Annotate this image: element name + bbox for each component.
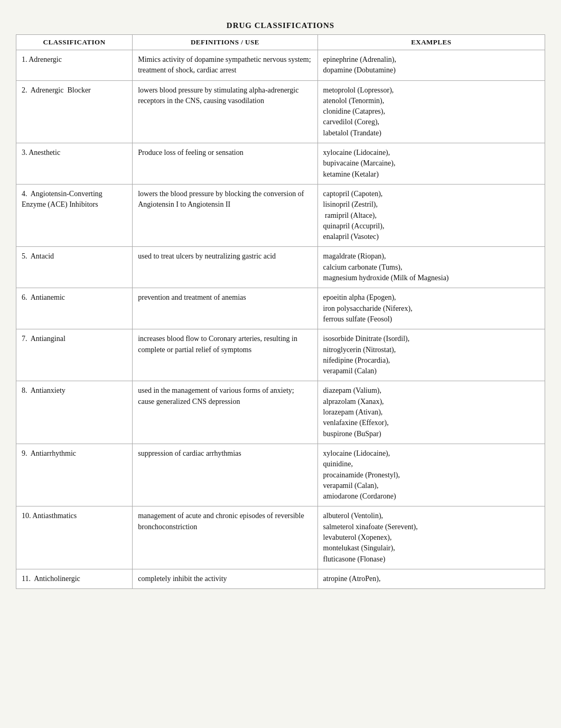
definition-cell: lowers the blood pressure by blocking th…: [133, 184, 317, 246]
definition-cell: lowers blood pressure by stimulating alp…: [133, 80, 317, 143]
definition-cell: suppression of cardiac arrhythmias: [133, 444, 317, 506]
page-title: DRUG CLASSIFICATIONS: [16, 21, 545, 30]
table-row: 3. AnestheticProduce loss of feeling or …: [16, 143, 545, 185]
classification-cell: 2. Adrenergic Blocker: [16, 80, 133, 143]
classification-cell: 5. Antacid: [16, 247, 133, 288]
table-row: 9. Antiarrhythmicsuppression of cardiac …: [16, 444, 545, 506]
table-row: 4. Angiotensin-Converting Enzyme (ACE) I…: [16, 184, 545, 246]
examples-cell: magaldrate (Riopan), calcium carbonate (…: [317, 247, 545, 288]
classification-cell: 4. Angiotensin-Converting Enzyme (ACE) I…: [16, 184, 133, 246]
table-row: 1. AdrenergicMimics activity of dopamine…: [16, 50, 545, 81]
table-row: 5. Antacidused to treat ulcers by neutra…: [16, 247, 545, 288]
definition-cell: management of acute and chronic episodes…: [133, 506, 317, 569]
table-row: 7. Antianginalincreases blood flow to Co…: [16, 329, 545, 381]
table-row: 6. Antianemicprevention and treatment of…: [16, 288, 545, 329]
definition-cell: Mimics activity of dopamine sympathetic …: [133, 50, 317, 81]
examples-cell: epoeitin alpha (Epogen), iron polysaccha…: [317, 288, 545, 329]
examples-cell: xylocaine (Lidocaine), quinidine, procai…: [317, 444, 545, 506]
classification-cell: 11. Anticholinergic: [16, 569, 133, 588]
examples-cell: diazepam (Valium), alprazolam (Xanax), l…: [317, 381, 545, 444]
examples-cell: atropine (AtroPen),: [317, 569, 545, 588]
definition-cell: prevention and treatment of anemias: [133, 288, 317, 329]
col-header-classification: CLASSIFICATION: [16, 35, 133, 50]
definition-cell: Produce loss of feeling or sensation: [133, 143, 317, 185]
drug-classifications-table: CLASSIFICATION DEFINITIONS / USE EXAMPLE…: [16, 34, 545, 589]
definition-cell: increases blood flow to Coronary arterie…: [133, 329, 317, 381]
classification-cell: 6. Antianemic: [16, 288, 133, 329]
table-row: 8. Antianxietyused in the management of …: [16, 381, 545, 444]
classification-cell: 10. Antiasthmatics: [16, 506, 133, 569]
col-header-examples: EXAMPLES: [317, 35, 545, 50]
definition-cell: used in the management of various forms …: [133, 381, 317, 444]
definition-cell: completely inhibit the activity: [133, 569, 317, 588]
examples-cell: captopril (Capoten), lisinopril (Zestril…: [317, 184, 545, 246]
classification-cell: 1. Adrenergic: [16, 50, 133, 81]
examples-cell: metoprolol (Lopressor), atenolol (Tenorm…: [317, 80, 545, 143]
classification-cell: 7. Antianginal: [16, 329, 133, 381]
classification-cell: 3. Anesthetic: [16, 143, 133, 185]
examples-cell: epinephrine (Adrenalin), dopamine (Dobut…: [317, 50, 545, 81]
col-header-definitions: DEFINITIONS / USE: [133, 35, 317, 50]
definition-cell: used to treat ulcers by neutralizing gas…: [133, 247, 317, 288]
table-row: 10. Antiasthmaticsmanagement of acute an…: [16, 506, 545, 569]
classification-cell: 8. Antianxiety: [16, 381, 133, 444]
table-row: 11. Anticholinergiccompletely inhibit th…: [16, 569, 545, 588]
examples-cell: isosorbide Dinitrate (Isordil), nitrogly…: [317, 329, 545, 381]
table-row: 2. Adrenergic Blockerlowers blood pressu…: [16, 80, 545, 143]
examples-cell: xylocaine (Lidocaine), bupivacaine (Marc…: [317, 143, 545, 185]
classification-cell: 9. Antiarrhythmic: [16, 444, 133, 506]
examples-cell: albuterol (Ventolin), salmeterol xinafoa…: [317, 506, 545, 569]
